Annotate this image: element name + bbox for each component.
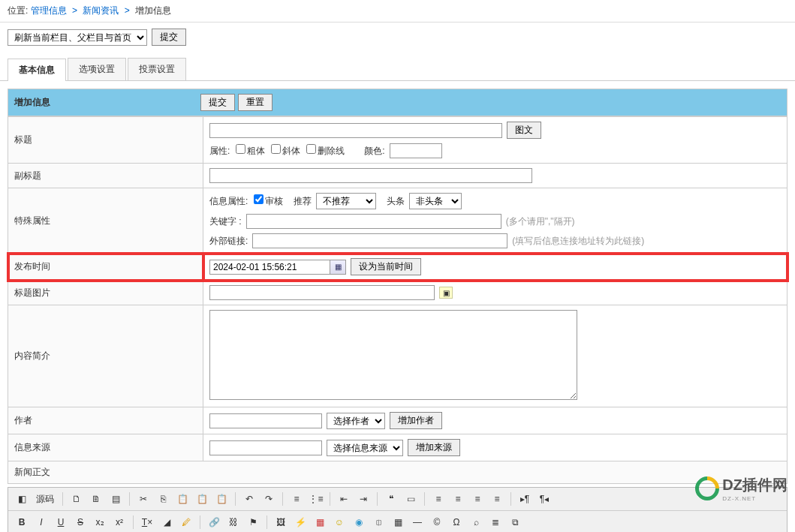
intro-textarea[interactable] bbox=[209, 310, 577, 400]
anchor-icon[interactable]: ⚑ bbox=[244, 514, 262, 530]
breadcrumb-link-manage[interactable]: 管理信息 bbox=[31, 5, 67, 16]
toolbar-sep bbox=[267, 515, 267, 529]
find-icon[interactable]: ⌕ bbox=[467, 514, 485, 530]
title-color-input[interactable] bbox=[390, 143, 442, 158]
titlepic-input[interactable] bbox=[209, 285, 435, 300]
author-select[interactable]: 选择作者 bbox=[327, 413, 385, 429]
preview-icon[interactable]: 🗎 bbox=[87, 491, 105, 507]
source-input[interactable] bbox=[209, 440, 322, 455]
audit-checkbox-label[interactable]: 审核 bbox=[252, 194, 283, 208]
underline-icon[interactable]: U bbox=[52, 514, 70, 530]
tab-basic[interactable]: 基本信息 bbox=[8, 59, 66, 81]
table-icon[interactable]: ▦ bbox=[389, 514, 407, 530]
iframe-icon[interactable]: ◉ bbox=[350, 514, 368, 530]
bulletlist-icon[interactable]: ⋮≡ bbox=[307, 491, 325, 507]
pagebreak-icon[interactable]: ⎅ bbox=[369, 514, 387, 530]
cut-icon[interactable]: ✂ bbox=[134, 491, 152, 507]
unlink-icon[interactable]: ⛓ bbox=[224, 514, 242, 530]
breadcrumb-link-news[interactable]: 新闻资讯 bbox=[83, 5, 119, 16]
headline-select[interactable]: 非头条 bbox=[409, 193, 462, 209]
author-input[interactable] bbox=[209, 413, 322, 428]
strike-checkbox[interactable] bbox=[306, 144, 316, 154]
align-justify-icon[interactable]: ≡ bbox=[488, 491, 506, 507]
template-icon[interactable]: ▤ bbox=[107, 491, 125, 507]
indent-icon[interactable]: ⇥ bbox=[354, 491, 372, 507]
bold-checkbox-label[interactable]: 粗体 bbox=[234, 144, 265, 158]
paste-icon[interactable]: 📋 bbox=[173, 491, 191, 507]
paste-word-icon[interactable]: 📋 bbox=[212, 491, 230, 507]
bold-checkbox[interactable] bbox=[236, 144, 245, 154]
pubtime-input[interactable] bbox=[209, 260, 330, 275]
embed-icon[interactable]: ⧉ bbox=[506, 514, 524, 530]
numlist-icon[interactable]: ≡ bbox=[288, 491, 306, 507]
source-select[interactable]: 选择信息来源 bbox=[327, 440, 403, 456]
strike-icon[interactable]: S bbox=[71, 514, 89, 530]
toolbar-sep bbox=[62, 492, 63, 506]
removeformat-icon[interactable]: T× bbox=[138, 514, 156, 530]
label-special: 特殊属性 bbox=[8, 188, 203, 254]
undo-icon[interactable]: ↶ bbox=[240, 491, 258, 507]
emoji-icon[interactable]: ☺ bbox=[330, 514, 348, 530]
align-center-icon[interactable]: ≡ bbox=[449, 491, 467, 507]
bold-icon[interactable]: B bbox=[13, 514, 31, 530]
source-button[interactable]: 源码 bbox=[32, 491, 58, 507]
refresh-scope-select[interactable]: 刷新当前栏目、父栏目与首页 bbox=[8, 29, 147, 46]
breadcrumb-label: 位置: bbox=[8, 5, 28, 16]
link-icon[interactable]: 🔗 bbox=[205, 514, 223, 530]
breadcrumb-sep: > bbox=[125, 5, 130, 16]
hr-icon[interactable]: — bbox=[408, 514, 426, 530]
label-intro: 内容简介 bbox=[8, 305, 203, 407]
add-author-button[interactable]: 增加作者 bbox=[390, 412, 442, 429]
keyword-input[interactable] bbox=[246, 214, 501, 229]
align-right-icon[interactable]: ≡ bbox=[468, 491, 486, 507]
div-icon[interactable]: ▭ bbox=[402, 491, 420, 507]
specialchar-icon[interactable]: © bbox=[428, 514, 446, 530]
title-input[interactable] bbox=[209, 123, 502, 138]
more-icon[interactable]: ≣ bbox=[486, 514, 504, 530]
refresh-submit-button[interactable]: 提交 bbox=[152, 29, 186, 46]
blockquote-icon[interactable]: ❝ bbox=[382, 491, 400, 507]
toolbar-sep bbox=[129, 492, 130, 506]
newpage-icon[interactable]: 🗋 bbox=[68, 491, 86, 507]
tab-vote[interactable]: 投票设置 bbox=[128, 58, 186, 80]
recommend-select[interactable]: 不推荐 bbox=[316, 193, 376, 209]
flash-icon[interactable]: ⚡ bbox=[291, 514, 309, 530]
imgtext-button[interactable]: 图文 bbox=[507, 122, 541, 139]
highlight-icon[interactable]: 🖉 bbox=[177, 514, 195, 530]
redo-icon[interactable]: ↷ bbox=[260, 491, 278, 507]
extlink-input[interactable] bbox=[252, 233, 507, 248]
paste-text-icon[interactable]: 📋 bbox=[193, 491, 211, 507]
image-icon[interactable]: 🖼 bbox=[272, 514, 290, 530]
eraser-icon[interactable]: ◢ bbox=[158, 514, 176, 530]
submit-button[interactable]: 提交 bbox=[200, 94, 235, 111]
ltr-icon[interactable]: ▸¶ bbox=[516, 491, 534, 507]
tabs: 基本信息 选项设置 投票设置 bbox=[0, 58, 795, 81]
outdent-icon[interactable]: ⇤ bbox=[335, 491, 353, 507]
strike-checkbox-label[interactable]: 删除线 bbox=[305, 144, 345, 158]
reset-button[interactable]: 重置 bbox=[238, 94, 273, 111]
italic-checkbox[interactable] bbox=[271, 144, 281, 154]
superscript-icon[interactable]: x² bbox=[110, 514, 128, 530]
subtitle-input[interactable] bbox=[209, 168, 532, 183]
media-icon[interactable]: ▦ bbox=[311, 514, 329, 530]
watermark-text: DZ插件网 bbox=[722, 475, 787, 495]
label-titlepic: 标题图片 bbox=[8, 281, 203, 305]
subscript-icon[interactable]: x₂ bbox=[91, 514, 109, 530]
add-source-button[interactable]: 增加来源 bbox=[408, 439, 460, 456]
align-left-icon[interactable]: ≡ bbox=[429, 491, 447, 507]
rtl-icon[interactable]: ¶◂ bbox=[535, 491, 553, 507]
calendar-icon[interactable]: ▦ bbox=[330, 260, 346, 275]
tab-options[interactable]: 选项设置 bbox=[68, 58, 126, 80]
watermark-sub: DZ-X.NET bbox=[722, 495, 787, 502]
set-now-button[interactable]: 设为当前时间 bbox=[351, 258, 421, 275]
image-pick-icon[interactable]: ▣ bbox=[439, 287, 453, 299]
watermark-logo-icon bbox=[691, 471, 724, 505]
omega-icon[interactable]: Ω bbox=[447, 514, 465, 530]
italic-checkbox-label[interactable]: 斜体 bbox=[270, 144, 300, 158]
refresh-toolbar: 刷新当前栏目、父栏目与首页 提交 bbox=[0, 23, 795, 52]
copy-icon[interactable]: ⎘ bbox=[154, 491, 172, 507]
italic-icon[interactable]: I bbox=[32, 514, 50, 530]
audit-checkbox[interactable] bbox=[254, 194, 263, 204]
label-body: 新闻正文 bbox=[8, 461, 787, 484]
source-icon[interactable]: ◧ bbox=[13, 491, 31, 507]
